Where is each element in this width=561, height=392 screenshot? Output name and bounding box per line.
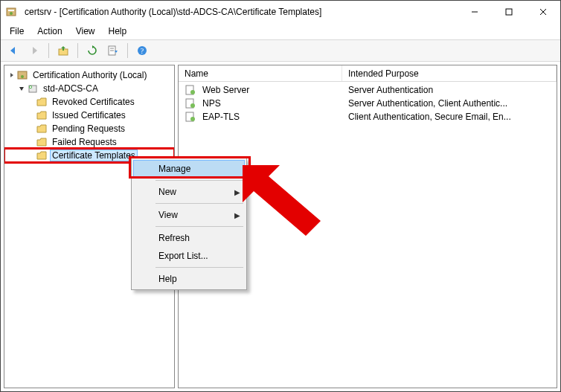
- tree-node-label: Certificate Templates: [51, 150, 137, 161]
- toolbar-separator: [77, 43, 78, 58]
- window-title: certsrv - [Certification Authority (Loca…: [25, 7, 321, 17]
- tree-node-label: Revoked Certificates: [51, 97, 136, 107]
- tree-root-label: Certification Authority (Local): [31, 70, 148, 80]
- cert-template-icon: [185, 84, 196, 96]
- svg-rect-4: [506, 9, 512, 15]
- help-button[interactable]: ?: [132, 42, 152, 60]
- list-cell-name: EAP-TLS: [202, 112, 240, 122]
- context-menu-item-export-list[interactable]: Export List...: [133, 247, 245, 265]
- tree-node-pending[interactable]: Pending Requests: [4, 122, 174, 135]
- context-menu-item-view[interactable]: View▶: [133, 206, 245, 224]
- tree-node-revoked[interactable]: Revoked Certificates: [4, 95, 174, 109]
- context-menu-label: Refresh: [158, 233, 190, 243]
- context-menu-item-manage[interactable]: Manage: [133, 160, 245, 178]
- context-menu-item-new[interactable]: New▶: [133, 183, 245, 201]
- folder-icon: [36, 136, 48, 148]
- back-button[interactable]: [4, 42, 23, 60]
- svg-point-14: [21, 75, 24, 78]
- context-menu-separator: [156, 203, 243, 204]
- mmc-window: certsrv - [Certification Authority (Loca…: [0, 0, 561, 392]
- svg-point-18: [190, 90, 195, 94]
- tree-twist-icon[interactable]: [16, 85, 27, 92]
- context-menu-separator: [156, 180, 243, 181]
- cert-template-icon: [185, 97, 196, 109]
- up-folder-button[interactable]: [54, 42, 73, 60]
- folder-icon: [36, 150, 48, 161]
- svg-point-22: [190, 117, 195, 121]
- list-cell-purpose: Server Authentication, Client Authentic.…: [342, 98, 557, 109]
- ca-root-icon: [16, 69, 28, 81]
- list-cell-purpose: Server Authentication: [342, 85, 557, 95]
- minimize-button[interactable]: [458, 1, 492, 23]
- tree-ca[interactable]: std-ADCS-CA: [4, 82, 174, 95]
- maximize-button[interactable]: [492, 1, 526, 23]
- tree-node-label: Pending Requests: [51, 123, 126, 134]
- list-cell-name: NPS: [202, 98, 221, 109]
- titlebar: certsrv - [Certification Authority (Loca…: [1, 1, 560, 23]
- column-header-purpose[interactable]: Intended Purpose: [342, 65, 557, 81]
- cert-template-icon: [185, 111, 196, 123]
- menu-action[interactable]: Action: [31, 25, 68, 38]
- tree-node-label: Failed Requests: [51, 137, 118, 147]
- svg-rect-1: [8, 10, 14, 11]
- list-row[interactable]: Web Server Server Authentication: [179, 83, 557, 97]
- context-menu-gutter: [133, 160, 153, 288]
- menu-file[interactable]: File: [4, 25, 30, 38]
- submenu-arrow-icon: ▶: [234, 211, 240, 219]
- context-menu-label: Manage: [158, 164, 190, 174]
- export-list-button[interactable]: [103, 42, 123, 60]
- tree-root[interactable]: Certification Authority (Local): [4, 68, 174, 82]
- toolbar-separator: [48, 43, 49, 58]
- context-menu-item-help[interactable]: Help: [133, 270, 245, 288]
- list-row[interactable]: NPS Server Authentication, Client Authen…: [179, 97, 557, 110]
- folder-icon: [36, 109, 48, 121]
- list-cell-purpose: Client Authentication, Secure Email, En.…: [342, 112, 557, 122]
- folder-icon: [36, 123, 48, 135]
- context-menu: Manage New▶ View▶ Refresh Export List...…: [131, 158, 247, 290]
- context-menu-label: Export List...: [158, 251, 208, 261]
- forward-button[interactable]: [25, 42, 44, 60]
- svg-point-2: [10, 12, 13, 15]
- tree-node-issued[interactable]: Issued Certificates: [4, 109, 174, 122]
- tree-twist-icon[interactable]: [6, 71, 16, 79]
- svg-point-20: [190, 103, 195, 108]
- ca-node-icon: [27, 83, 39, 94]
- refresh-button[interactable]: [83, 42, 102, 60]
- tree-node-failed[interactable]: Failed Requests: [4, 135, 174, 149]
- column-header-name[interactable]: Name: [179, 65, 342, 81]
- app-icon: [5, 6, 17, 18]
- toolbar: ?: [1, 39, 560, 62]
- context-menu-label: New: [158, 187, 176, 197]
- context-menu-label: Help: [158, 274, 177, 284]
- svg-text:?: ?: [141, 47, 144, 55]
- list-cell-name: Web Server: [202, 85, 249, 95]
- content-area: Certification Authority (Local) std-ADCS…: [1, 62, 560, 391]
- list-row[interactable]: EAP-TLS Client Authentication, Secure Em…: [179, 110, 557, 123]
- toolbar-separator: [127, 43, 128, 58]
- menu-view[interactable]: View: [70, 25, 101, 38]
- submenu-arrow-icon: ▶: [234, 188, 240, 196]
- context-menu-label: View: [158, 210, 178, 220]
- context-menu-separator: [156, 226, 243, 227]
- close-button[interactable]: [526, 1, 560, 23]
- menubar: File Action View Help: [1, 23, 560, 39]
- context-menu-separator: [156, 267, 243, 268]
- menu-help[interactable]: Help: [103, 25, 133, 38]
- folder-icon: [36, 96, 48, 108]
- tree-ca-label: std-ADCS-CA: [42, 83, 100, 94]
- context-menu-item-refresh[interactable]: Refresh: [133, 229, 245, 247]
- tree-node-label: Issued Certificates: [51, 110, 127, 121]
- list-header: Name Intended Purpose: [179, 65, 557, 82]
